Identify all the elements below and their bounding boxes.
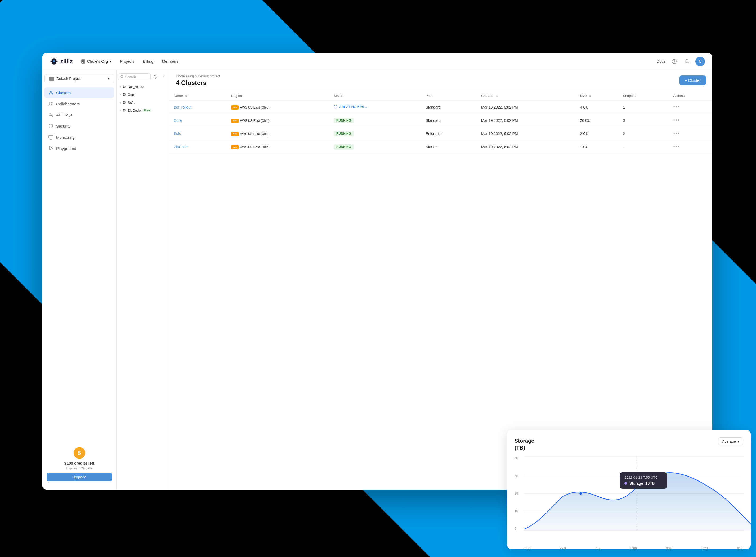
sidebar-clusters-label: Clusters: [56, 91, 71, 95]
sidebar-item-clusters[interactable]: Clusters: [45, 87, 114, 98]
add-cluster-button[interactable]: + Cluster: [679, 76, 706, 85]
sort-icon: ⇅: [185, 94, 187, 98]
svg-point-14: [50, 102, 51, 104]
y-label-30: 30: [515, 474, 522, 478]
nav-billing[interactable]: Billing: [143, 59, 153, 63]
svg-rect-2: [82, 60, 83, 61]
cluster-icon: [48, 90, 54, 95]
cell-snapshot: 2: [618, 127, 669, 140]
project-selector[interactable]: Default Project ▾: [45, 74, 114, 83]
tooltip-date: 2022-01-23 7:55 UTC: [624, 475, 663, 479]
cluster-name-link[interactable]: Ssfc: [174, 131, 181, 136]
playground-icon: [48, 146, 54, 151]
chevron-icon: ›: [120, 101, 121, 104]
user-avatar[interactable]: C: [695, 57, 705, 66]
sidebar-item-security[interactable]: Security: [45, 121, 114, 131]
table-row: Ssfc aws AWS US East (Ohio) RUNNING Ente…: [170, 127, 712, 140]
status-running: RUNNING: [333, 131, 354, 136]
x-label-800: 8:00: [631, 547, 637, 550]
cluster-node-icon: ⚙: [123, 92, 126, 97]
row-actions-button[interactable]: •••: [673, 104, 680, 110]
clusters-header: Chole's Org > Default project 4 Clusters…: [170, 70, 712, 91]
col-size[interactable]: Size ⇅: [576, 91, 618, 100]
notification-icon-btn[interactable]: [682, 57, 691, 66]
cell-actions: •••: [669, 100, 712, 114]
tree-item-zipcode[interactable]: › ⚙ ZipCode Free: [117, 107, 169, 114]
search-placeholder: Search: [125, 75, 136, 79]
cell-created: Mar 19,2022, 6:02 PM: [477, 114, 576, 127]
col-actions: Actions: [669, 91, 712, 100]
spinner-icon: [333, 105, 337, 109]
sidebar-item-collaborators[interactable]: Collaborators: [45, 98, 114, 109]
breadcrumb: Chole's Org > Default project: [176, 74, 220, 78]
cell-name: Core: [170, 114, 227, 127]
row-actions-button[interactable]: •••: [673, 144, 680, 149]
cluster-name-link[interactable]: Bcr_rollout: [174, 105, 192, 109]
svg-rect-3: [83, 60, 84, 61]
tree-item-bcr_rollout[interactable]: › ⚙ Bcr_rollout: [117, 83, 169, 91]
sidebar-item-api-keys[interactable]: API Keys: [45, 110, 114, 120]
cell-size: 2 CU: [576, 127, 618, 140]
nav-right: Docs ? C: [657, 57, 705, 66]
chart-dropdown-label: Average: [722, 439, 736, 443]
refresh-button[interactable]: [152, 73, 159, 81]
svg-marker-18: [50, 146, 53, 150]
zilliz-logo-icon: [50, 57, 58, 66]
nav-projects[interactable]: Projects: [120, 59, 134, 63]
nav-docs-link[interactable]: Docs: [657, 59, 666, 63]
cell-size: 1 CU: [576, 140, 618, 153]
svg-point-19: [121, 76, 123, 78]
sidebar-monitoring-label: Monitoring: [56, 135, 75, 140]
cell-name: Ssfc: [170, 127, 227, 140]
cluster-name-link[interactable]: Core: [174, 118, 182, 123]
header-left: Chole's Org > Default project 4 Clusters: [176, 74, 220, 87]
upgrade-button[interactable]: Upgrade: [47, 473, 112, 481]
monitor-icon: [48, 135, 54, 140]
sidebar-api-keys-label: API Keys: [56, 113, 72, 117]
cell-region: aws AWS US East (Ohio): [227, 114, 329, 127]
cluster-name-link[interactable]: ZipCode: [174, 145, 188, 149]
credits-expires: Expires in 29 days: [47, 466, 112, 470]
shield-icon: [48, 123, 54, 129]
chart-svg: [524, 457, 752, 530]
row-actions-button[interactable]: •••: [673, 118, 680, 123]
clusters-table: Name ⇅ Region Status Plan Created ⇅: [170, 91, 712, 153]
logo-text: zilliz: [60, 58, 72, 65]
sidebar-item-monitoring[interactable]: Monitoring: [45, 132, 114, 142]
chart-title: Storage(TB): [515, 437, 534, 451]
search-icon-small: [120, 75, 124, 78]
tree-item-core[interactable]: › ⚙ Core: [117, 91, 169, 98]
sort-icon: ⇅: [589, 94, 591, 98]
sidebar-item-playground[interactable]: Playground: [45, 143, 114, 153]
chart-dropdown-button[interactable]: Average ▾: [718, 437, 743, 445]
storage-chart-card: Storage(TB) Average ▾ 0 10 20 30 40: [507, 430, 751, 549]
cell-snapshot: -: [618, 140, 669, 153]
cell-actions: •••: [669, 140, 712, 153]
cell-name: Bcr_rollout: [170, 100, 227, 114]
svg-rect-5: [83, 61, 84, 62]
row-actions-button[interactable]: •••: [673, 131, 680, 136]
tooltip-number: 18TB: [645, 481, 655, 486]
project-chevron: ▾: [108, 77, 110, 81]
cell-region: aws AWS US East (Ohio): [227, 140, 329, 153]
tree-search-box[interactable]: Search: [118, 73, 151, 81]
chart-header: Storage(TB) Average ▾: [515, 437, 743, 451]
add-cluster-tree-button[interactable]: +: [160, 73, 168, 81]
svg-rect-6: [83, 62, 84, 63]
svg-rect-17: [49, 135, 53, 138]
col-created[interactable]: Created ⇅: [477, 91, 576, 100]
free-badge: Free: [142, 109, 151, 112]
status-running: RUNNING: [333, 144, 354, 150]
cluster-node-icon: ⚙: [123, 108, 126, 113]
x-label-730: 7:30: [524, 547, 530, 550]
cell-name: ZipCode: [170, 140, 227, 153]
cell-status: RUNNING: [329, 127, 421, 140]
nav-members[interactable]: Members: [162, 59, 178, 63]
tree-item-ssfc[interactable]: › ⚙ Ssfc: [117, 98, 169, 107]
top-nav: zilliz Chole's Org ▾ Projects Billing Me…: [42, 53, 712, 70]
nav-org[interactable]: Chole's Org ▾: [81, 59, 112, 64]
x-label-750: 7:50: [595, 547, 601, 550]
help-icon-btn[interactable]: ?: [670, 57, 678, 66]
y-label-0: 0: [515, 527, 522, 530]
col-name[interactable]: Name ⇅: [170, 91, 227, 100]
